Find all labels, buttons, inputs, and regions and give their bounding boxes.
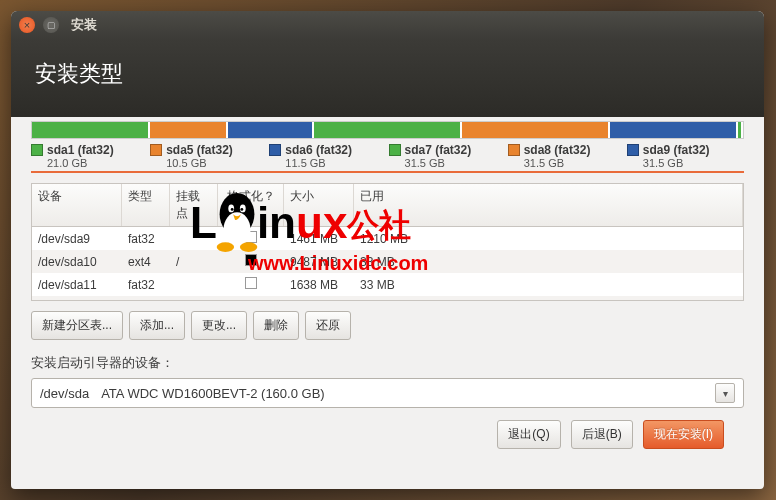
table-row[interactable]: /dev/sda9 fat32 1461 MB 1210 MB [32,227,743,250]
col-size[interactable]: 大小 [284,184,354,226]
bootloader-device-select[interactable]: /dev/sda ATA WDC WD1600BEVT-2 (160.0 GB)… [31,378,744,408]
checkbox-icon[interactable] [245,277,257,289]
legend-label: sda8 (fat32) [524,143,591,157]
cell-type: fat32 [122,276,170,294]
legend-size: 31.5 GB [524,157,625,169]
legend-item: sda1 (fat32)21.0 GB [31,143,148,169]
table-header: 设备 类型 挂载点 格式化？ 大小 已用 [32,184,743,227]
cell-device: /dev/sda11 [32,276,122,294]
legend-label: sda1 (fat32) [47,143,114,157]
quit-button[interactable]: 退出(Q) [497,420,560,449]
new-partition-table-button[interactable]: 新建分区表... [31,311,123,340]
window-title: 安装 [71,16,97,34]
checkbox-icon[interactable] [245,254,257,266]
add-button[interactable]: 添加... [129,311,185,340]
cell-type: ext4 [122,253,170,271]
col-device[interactable]: 设备 [32,184,122,226]
legend-size: 31.5 GB [643,157,744,169]
legend-size: 10.5 GB [166,157,267,169]
cell-device: /dev/sda10 [32,253,122,271]
content-area: sda1 (fat32)21.0 GBsda5 (fat32)10.5 GBsd… [11,121,764,465]
legend-label: sda6 (fat32) [285,143,352,157]
legend-swatch-icon [508,144,520,156]
legend-size: 21.0 GB [47,157,148,169]
checkbox-icon[interactable] [245,231,257,243]
page-header: 安装类型 [11,39,764,117]
cell-device: /dev/sda9 [32,230,122,248]
col-used[interactable]: 已用 [354,184,743,226]
legend-label: sda9 (fat32) [643,143,710,157]
legend-swatch-icon [389,144,401,156]
table-row[interactable]: /dev/sda11 fat32 1638 MB 33 MB [32,273,743,296]
cell-mount [170,237,218,241]
titlebar: × ▢ 安装 [11,11,764,39]
cell-mount: / [170,253,218,271]
cell-mount [170,283,218,287]
revert-button[interactable]: 还原 [305,311,351,340]
legend-item: sda9 (fat32)31.5 GB [627,143,744,169]
boot-device: /dev/sda [40,386,89,401]
table-row[interactable]: /dev/sda10 ext4 / 9487 MB 33 MB [32,250,743,273]
cell-device: /dev/sda12 [32,299,122,302]
cell-size: 526 MB [284,299,354,302]
partition-segment[interactable] [610,122,738,138]
partition-segment[interactable] [32,122,150,138]
legend-label: sda7 (fat32) [405,143,472,157]
partition-segment[interactable] [462,122,610,138]
partition-bar[interactable] [31,121,744,139]
cell-format[interactable] [218,229,284,248]
cell-format[interactable] [218,252,284,271]
cell-format[interactable] [218,275,284,294]
legend-item: sda6 (fat32)11.5 GB [269,143,386,169]
cell-used: 1210 MB [354,230,743,248]
cell-size: 1461 MB [284,230,354,248]
cell-used: 33 MB [354,299,743,302]
legend-label: sda5 (fat32) [166,143,233,157]
chevron-down-icon[interactable]: ▾ [715,383,735,403]
legend-item: sda8 (fat32)31.5 GB [508,143,625,169]
table-body: /dev/sda9 fat32 1461 MB 1210 MB /dev/sda… [32,227,743,301]
partition-segment[interactable] [228,122,314,138]
cell-size: 1638 MB [284,276,354,294]
install-now-button[interactable]: 现在安装(I) [643,420,724,449]
legend-swatch-icon [269,144,281,156]
cell-size: 9487 MB [284,253,354,271]
back-button[interactable]: 后退(B) [571,420,633,449]
col-format[interactable]: 格式化？ [218,184,284,226]
bootloader-label: 安装启动引导器的设备： [31,354,744,372]
cell-format[interactable] [218,298,284,301]
partition-buttons: 新建分区表... 添加... 更改... 删除 还原 [31,311,744,340]
install-window: × ▢ 安装 安装类型 sda1 (fat32)21.0 GBsda5 (fat… [11,11,764,489]
partition-segment[interactable] [738,122,743,138]
delete-button[interactable]: 删除 [253,311,299,340]
cell-used: 33 MB [354,276,743,294]
partition-legend: sda1 (fat32)21.0 GBsda5 (fat32)10.5 GBsd… [31,143,744,173]
legend-swatch-icon [31,144,43,156]
cell-used: 33 MB [354,253,743,271]
table-row[interactable]: /dev/sda12 swap 526 MB 33 MB [32,296,743,301]
cell-type: swap [122,299,170,302]
legend-size: 11.5 GB [285,157,386,169]
legend-size: 31.5 GB [405,157,506,169]
boot-device-desc: ATA WDC WD1600BEVT-2 (160.0 GB) [101,386,324,401]
partition-table[interactable]: 设备 类型 挂载点 格式化？ 大小 已用 /dev/sda9 fat32 146… [31,183,744,301]
legend-swatch-icon [627,144,639,156]
page-title: 安装类型 [35,59,740,89]
legend-swatch-icon [150,144,162,156]
partition-segment[interactable] [150,122,228,138]
footer-buttons: 退出(Q) 后退(B) 现在安装(I) [31,408,744,449]
change-button[interactable]: 更改... [191,311,247,340]
partition-segment[interactable] [314,122,462,138]
legend-item: sda5 (fat32)10.5 GB [150,143,267,169]
col-mount[interactable]: 挂载点 [170,184,218,226]
close-icon[interactable]: × [19,17,35,33]
col-type[interactable]: 类型 [122,184,170,226]
cell-type: fat32 [122,230,170,248]
legend-item: sda7 (fat32)31.5 GB [389,143,506,169]
checkbox-icon[interactable] [245,300,257,301]
maximize-icon[interactable]: ▢ [43,17,59,33]
